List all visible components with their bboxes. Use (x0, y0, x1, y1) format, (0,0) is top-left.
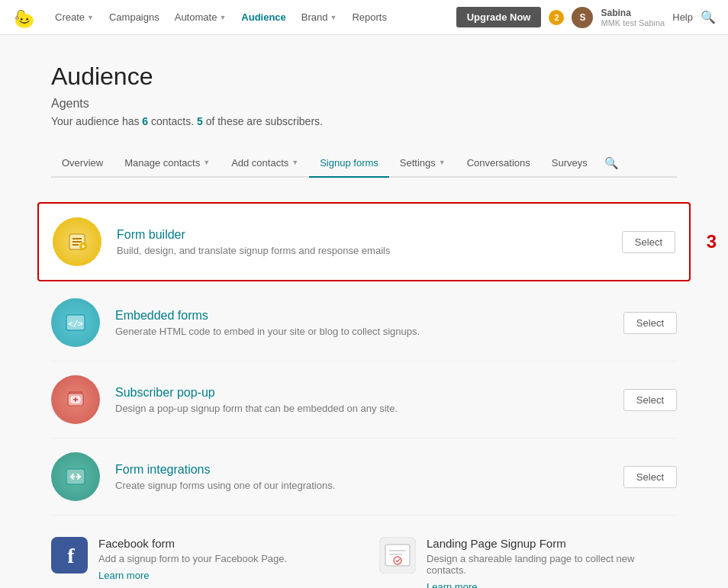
facebook-form-title: Facebook form (98, 537, 287, 550)
nav-automate[interactable]: Automate ▼ (169, 8, 233, 26)
page-title: Audience (51, 63, 677, 91)
subscriber-popup-icon (51, 375, 100, 424)
subscriber-popup-text: Subscriber pop-up Design a pop-up signup… (115, 386, 623, 414)
svg-point-2 (21, 18, 23, 20)
nav-audience[interactable]: Audience (235, 8, 292, 26)
avatar[interactable]: S (572, 7, 593, 28)
svg-text:</>: </> (68, 319, 83, 329)
subscriber-popup-select-button[interactable]: Select (623, 389, 677, 411)
subscriber-popup-desc: Design a pop-up signup form that can be … (115, 403, 623, 414)
create-caret: ▼ (87, 14, 94, 21)
form-option-embedded: </> Embedded forms Generate HTML code to… (51, 284, 677, 361)
bottom-cards: f Facebook form Add a signup form to you… (51, 516, 677, 588)
subnav-add-contacts[interactable]: Add contacts ▼ (221, 149, 309, 178)
landing-page-desc: Design a shareable landing page to colle… (427, 553, 677, 576)
form-options-container: Form builder Build, design, and translat… (51, 202, 677, 516)
subnav-overview[interactable]: Overview (51, 149, 114, 178)
svg-point-3 (26, 18, 28, 20)
facebook-form-body: Facebook form Add a signup form to your … (98, 537, 287, 581)
contacts-count: 6 (142, 115, 148, 127)
landing-page-learn-more[interactable]: Learn more (427, 581, 477, 588)
notification-badge[interactable]: 2 (549, 10, 564, 25)
landing-page-icon (379, 537, 416, 574)
landing-page-card: Landing Page Signup Form Design a sharea… (379, 537, 677, 588)
manage-contacts-caret: ▼ (203, 159, 210, 166)
facebook-learn-more[interactable]: Learn more (98, 570, 149, 581)
form-builder-select-button[interactable]: Select (622, 231, 675, 253)
search-icon[interactable]: 🔍 (701, 10, 716, 24)
badge-3: 3 (707, 231, 717, 252)
user-name: Sabina (601, 8, 665, 18)
form-option-form-builder: Form builder Build, design, and translat… (37, 202, 691, 281)
form-integrations-select-button[interactable]: Select (623, 466, 677, 488)
subscriber-popup-title[interactable]: Subscriber pop-up (115, 386, 623, 400)
svg-rect-18 (66, 469, 85, 484)
top-navigation: Create ▼ Campaigns Automate ▼ Audience B… (0, 0, 728, 35)
form-builder-text: Form builder Build, design, and translat… (117, 228, 622, 256)
facebook-form-card: f Facebook form Add a signup form to you… (51, 537, 349, 588)
nav-create[interactable]: Create ▼ (49, 8, 100, 26)
embedded-forms-select-button[interactable]: Select (623, 312, 677, 334)
sub-navigation: Overview Manage contacts ▼ Add contacts … (51, 149, 677, 178)
form-builder-desc: Build, design, and translate signup form… (117, 245, 622, 256)
user-info[interactable]: Sabina MMK test Sabina (601, 8, 665, 27)
user-sub: MMK test Sabina (601, 18, 665, 27)
subscribers-count: 5 (197, 115, 203, 127)
facebook-form-desc: Add a signup form to your Facebook Page. (98, 553, 287, 564)
form-option-integrations: Form integrations Create signup forms us… (51, 439, 677, 516)
settings-caret: ▼ (439, 159, 446, 166)
form-integrations-text: Form integrations Create signup forms us… (115, 463, 623, 491)
svg-point-4 (15, 16, 18, 18)
form-integrations-desc: Create signup forms using one of our int… (115, 480, 623, 491)
form-option-popup: Subscriber pop-up Design a pop-up signup… (51, 361, 677, 439)
svg-text:f: f (67, 544, 75, 567)
landing-page-title: Landing Page Signup Form (427, 537, 677, 550)
automate-caret: ▼ (219, 14, 226, 21)
embedded-forms-desc: Generate HTML code to embed in your site… (115, 326, 623, 337)
audience-description: Your audience has 6 contacts. 5 of these… (51, 115, 677, 127)
svg-point-1 (18, 14, 31, 25)
facebook-icon: f (51, 537, 88, 574)
section-subtitle: Agents (51, 97, 677, 111)
subnav-search-icon[interactable]: 🔍 (598, 149, 625, 178)
embedded-forms-title[interactable]: Embedded forms (115, 309, 623, 323)
add-contacts-caret: ▼ (292, 159, 298, 166)
subnav-settings[interactable]: Settings ▼ (389, 149, 456, 178)
subnav-signup-forms[interactable]: Signup forms (309, 149, 389, 178)
nav-brand[interactable]: Brand ▼ (295, 8, 343, 26)
subnav-surveys[interactable]: Surveys (541, 149, 598, 178)
svg-rect-22 (385, 545, 410, 566)
nav-campaigns[interactable]: Campaigns (103, 8, 166, 26)
form-builder-icon (53, 217, 101, 266)
topnav-right: Upgrade Now 2 S Sabina MMK test Sabina H… (456, 7, 716, 28)
form-integrations-icon (51, 452, 100, 501)
subnav-conversations[interactable]: Conversations (456, 149, 541, 178)
mailchimp-logo[interactable] (12, 5, 37, 30)
embedded-forms-text: Embedded forms Generate HTML code to emb… (115, 309, 623, 337)
nav-reports[interactable]: Reports (346, 8, 393, 26)
help-link[interactable]: Help (672, 11, 693, 23)
form-integrations-title[interactable]: Form integrations (115, 463, 623, 477)
nav-items: Create ▼ Campaigns Automate ▼ Audience B… (49, 8, 456, 26)
landing-page-body: Landing Page Signup Form Design a sharea… (427, 537, 677, 588)
upgrade-button[interactable]: Upgrade Now (456, 7, 542, 27)
embedded-forms-icon: </> (51, 298, 100, 347)
brand-caret: ▼ (330, 14, 337, 21)
main-content: Audience Agents Your audience has 6 cont… (21, 35, 707, 588)
subnav-manage-contacts[interactable]: Manage contacts ▼ (114, 149, 221, 178)
form-builder-title[interactable]: Form builder (117, 228, 622, 242)
